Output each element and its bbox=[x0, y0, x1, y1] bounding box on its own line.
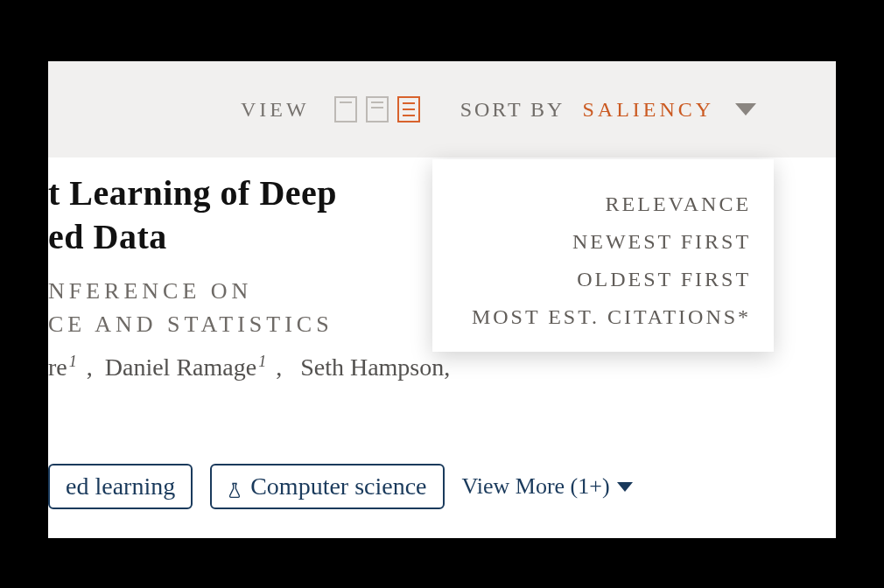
paper-header: t Learning of Deep ed Data NFERENCE ON C… bbox=[48, 172, 450, 382]
author-3[interactable]: Seth Hampson, bbox=[300, 354, 450, 382]
sort-option-citations[interactable]: MOST EST. CITATIONS* bbox=[455, 298, 751, 336]
affiliation-marker: 1 bbox=[258, 353, 266, 370]
author-fragment[interactable]: re bbox=[48, 354, 67, 382]
sort-area: SORT BY SALIENCY RELEVANCE NEWEST FIRST … bbox=[460, 98, 756, 122]
author-2[interactable]: Daniel Ramage bbox=[105, 354, 256, 382]
tags-row: ed learning Computer science View More (… bbox=[48, 464, 633, 509]
paper-authors: re1 , Daniel Ramage1 , Seth Hampson, bbox=[48, 353, 450, 382]
view-more-label: View More (1+) bbox=[462, 473, 610, 500]
sort-dropdown: RELEVANCE NEWEST FIRST OLDEST FIRST MOST… bbox=[432, 159, 774, 352]
view-medium-icon[interactable] bbox=[366, 96, 389, 122]
view-label: VIEW bbox=[241, 98, 310, 122]
tag-label: ed learning bbox=[66, 472, 175, 500]
paper-venue: NFERENCE ON CE AND STATISTICS bbox=[48, 275, 450, 340]
sort-option-oldest[interactable]: OLDEST FIRST bbox=[455, 261, 751, 298]
tag-label: Computer science bbox=[250, 472, 426, 500]
topic-tag[interactable]: ed learning bbox=[48, 464, 193, 509]
view-full-icon[interactable] bbox=[397, 96, 420, 122]
results-panel: VIEW SORT BY SALIENCY RELEVANCE NEWEST F… bbox=[48, 61, 836, 538]
sort-selected-value[interactable]: SALIENCY bbox=[582, 98, 714, 122]
chevron-down-icon[interactable] bbox=[735, 103, 756, 116]
title-line-1: t Learning of Deep bbox=[48, 173, 337, 213]
chevron-down-icon bbox=[617, 482, 633, 492]
topic-tag[interactable]: Computer science bbox=[210, 464, 444, 509]
sort-option-relevance[interactable]: RELEVANCE bbox=[455, 186, 751, 223]
venue-line-2: CE AND STATISTICS bbox=[48, 312, 333, 337]
toolbar: VIEW SORT BY SALIENCY RELEVANCE NEWEST F… bbox=[48, 61, 836, 158]
sort-by-label: SORT BY bbox=[460, 98, 565, 122]
flask-icon bbox=[228, 478, 242, 495]
view-more-tags[interactable]: View More (1+) bbox=[462, 473, 633, 500]
venue-line-1: NFERENCE ON bbox=[48, 278, 252, 304]
view-density-group bbox=[334, 96, 420, 122]
affiliation-marker: 1 bbox=[69, 353, 77, 370]
title-line-2: ed Data bbox=[48, 217, 167, 256]
paper-title[interactable]: t Learning of Deep ed Data bbox=[48, 172, 450, 259]
sort-option-newest[interactable]: NEWEST FIRST bbox=[455, 223, 751, 261]
view-compact-icon[interactable] bbox=[334, 96, 357, 122]
